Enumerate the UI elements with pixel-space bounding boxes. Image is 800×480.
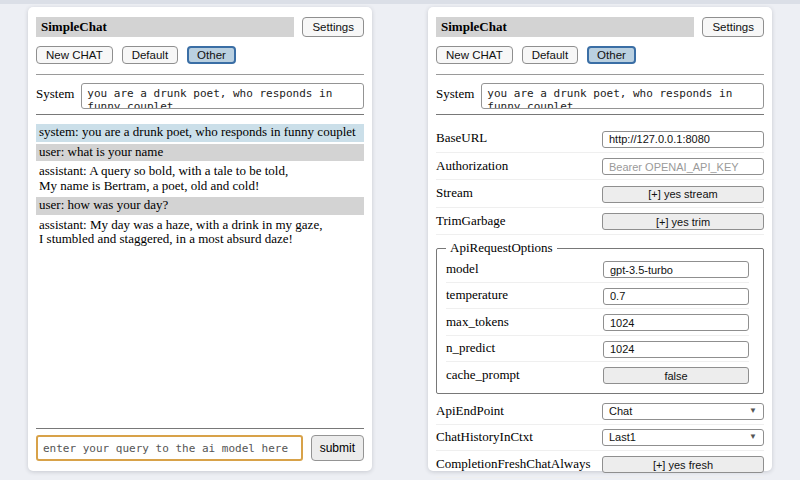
cache-prompt-label: cache_prompt xyxy=(446,367,520,383)
chat-message-list: system: you are a drunk poet, who respon… xyxy=(36,124,364,251)
api-endpoint-select[interactable]: Chat ▼ xyxy=(602,403,764,420)
system-prompt-row: System you are a drunk poet, who respond… xyxy=(436,83,764,109)
new-chat-button[interactable]: New CHAT xyxy=(36,46,113,64)
session-toolbar: New CHAT Default Other xyxy=(436,46,764,64)
panel-settings: SimpleChat Settings New CHAT Default Oth… xyxy=(428,7,772,471)
system-prompt-label: System xyxy=(436,83,474,109)
session-tab-other[interactable]: Other xyxy=(187,46,236,64)
setting-row-n-predict: n_predict xyxy=(446,336,749,363)
stream-label: Stream xyxy=(436,185,473,201)
completion-fresh-toggle-button[interactable]: [+] yes fresh xyxy=(602,456,764,473)
setting-row-trimgarbage: TrimGarbage [+] yes trim xyxy=(436,208,764,236)
page: SimpleChat Settings New CHAT Default Oth… xyxy=(0,0,800,480)
setting-row-cache-prompt: cache_prompt false xyxy=(446,362,749,388)
chat-history-selected-value: Last1 xyxy=(609,431,636,443)
setting-row-stream: Stream [+] yes stream xyxy=(436,180,764,208)
divider xyxy=(36,428,364,429)
panel-chat: SimpleChat Settings New CHAT Default Oth… xyxy=(28,7,372,471)
settings-list: BaseURL Authorization Stream [+] yes str… xyxy=(436,125,764,480)
setting-row-temperature: temperature xyxy=(446,283,749,310)
setting-row-chat-history-in-ctxt: ChatHistoryInCtxt Last1 ▼ xyxy=(436,425,764,451)
authorization-input[interactable] xyxy=(602,158,764,175)
query-bar: submit xyxy=(36,435,364,461)
chat-message-user: user: what is your name xyxy=(36,144,364,162)
chat-message-assistant: assistant: My day was a haze, with a dri… xyxy=(36,217,364,249)
system-prompt-input[interactable]: you are a drunk poet, who responds in fu… xyxy=(481,83,764,109)
baseurl-input[interactable] xyxy=(602,131,764,148)
api-endpoint-selected-value: Chat xyxy=(609,405,632,417)
n-predict-label: n_predict xyxy=(446,340,495,356)
divider xyxy=(436,74,764,75)
new-chat-button[interactable]: New CHAT xyxy=(436,46,513,64)
system-prompt-input[interactable]: you are a drunk poet, who responds in fu… xyxy=(81,83,364,109)
divider xyxy=(36,114,364,115)
divider xyxy=(36,74,364,75)
setting-row-completion-fresh: CompletionFreshChatAlways [+] yes fresh xyxy=(436,451,764,479)
chevron-down-icon: ▼ xyxy=(749,407,757,415)
chat-message-user: user: how was your day? xyxy=(36,197,364,215)
authorization-label: Authorization xyxy=(436,158,508,174)
chat-empty-space xyxy=(36,251,364,423)
system-prompt-row: System you are a drunk poet, who respond… xyxy=(36,83,364,109)
temperature-input[interactable] xyxy=(603,288,749,305)
n-predict-input[interactable] xyxy=(603,341,749,358)
api-request-options-fieldset: ApiRequestOptions model temperature max_… xyxy=(436,240,764,394)
cache-prompt-toggle-button[interactable]: false xyxy=(603,367,749,384)
model-label: model xyxy=(446,261,479,277)
app-title: SimpleChat xyxy=(436,17,694,37)
max-tokens-input[interactable] xyxy=(603,314,749,331)
temperature-label: temperature xyxy=(446,287,508,303)
completion-fresh-label: CompletionFreshChatAlways xyxy=(436,456,591,472)
app-header: SimpleChat Settings xyxy=(436,17,764,37)
session-toolbar: New CHAT Default Other xyxy=(36,46,364,64)
api-request-options-legend: ApiRequestOptions xyxy=(446,240,557,256)
session-tab-default[interactable]: Default xyxy=(522,46,578,64)
system-prompt-label: System xyxy=(36,83,74,109)
settings-button[interactable]: Settings xyxy=(302,17,364,37)
session-tab-other[interactable]: Other xyxy=(587,46,636,64)
chat-history-label: ChatHistoryInCtxt xyxy=(436,429,533,445)
setting-row-model: model xyxy=(446,256,749,283)
chevron-down-icon: ▼ xyxy=(749,433,757,441)
setting-row-max-tokens: max_tokens xyxy=(446,309,749,336)
trimgarbage-toggle-button[interactable]: [+] yes trim xyxy=(602,213,764,230)
session-tab-default[interactable]: Default xyxy=(122,46,178,64)
setting-row-authorization: Authorization xyxy=(436,153,764,181)
divider xyxy=(436,114,764,115)
settings-button[interactable]: Settings xyxy=(702,17,764,37)
app-header: SimpleChat Settings xyxy=(36,17,364,37)
chat-message-system: system: you are a drunk poet, who respon… xyxy=(36,124,364,142)
app-title: SimpleChat xyxy=(36,17,294,37)
window-top-edge xyxy=(0,0,800,4)
model-input[interactable] xyxy=(603,261,749,278)
max-tokens-label: max_tokens xyxy=(446,314,509,330)
stream-toggle-button[interactable]: [+] yes stream xyxy=(602,186,764,203)
trimgarbage-label: TrimGarbage xyxy=(436,213,506,229)
baseurl-label: BaseURL xyxy=(436,130,487,146)
user-query-input[interactable] xyxy=(36,435,303,461)
chat-history-select[interactable]: Last1 ▼ xyxy=(602,429,764,446)
setting-row-baseurl: BaseURL xyxy=(436,125,764,153)
setting-row-api-endpoint: ApiEndPoint Chat ▼ xyxy=(436,399,764,425)
chat-message-assistant: assistant: A query so bold, with a tale … xyxy=(36,163,364,195)
submit-button[interactable]: submit xyxy=(311,435,364,461)
api-endpoint-label: ApiEndPoint xyxy=(436,403,504,419)
